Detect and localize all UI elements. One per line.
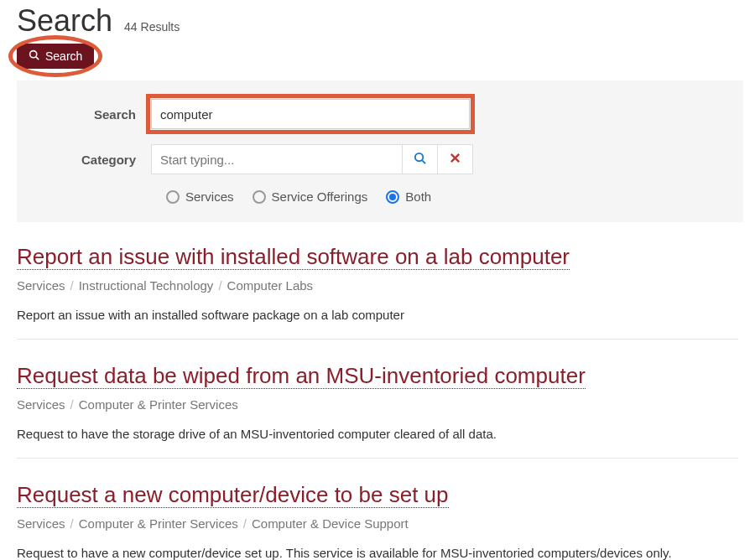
radio-icon: [253, 190, 266, 204]
breadcrumb-link[interactable]: Services: [17, 516, 65, 531]
svg-line-3: [422, 160, 425, 163]
breadcrumb-link[interactable]: Computer & Device Support: [252, 516, 409, 531]
close-icon: [449, 152, 461, 167]
radio-services[interactable]: Services: [166, 189, 234, 204]
search-field-label: Search: [34, 107, 151, 122]
search-input[interactable]: [151, 99, 470, 129]
results-count: 44 Results: [124, 20, 180, 34]
breadcrumb: Services/Computer & Printer Services/Com…: [17, 516, 738, 531]
search-button-label: Search: [45, 49, 82, 63]
result-item: Request a new computer/device to be set …: [17, 480, 738, 560]
radio-icon: [386, 190, 399, 204]
category-search-button[interactable]: [403, 144, 438, 174]
result-title-link[interactable]: Request a new computer/device to be set …: [17, 482, 449, 508]
breadcrumb-separator: /: [70, 516, 74, 531]
result-item: Report an issue with installed software …: [17, 242, 738, 340]
page-title: Search: [17, 3, 112, 39]
svg-line-1: [36, 57, 39, 60]
breadcrumb-link[interactable]: Services: [17, 397, 65, 412]
breadcrumb-separator: /: [243, 516, 247, 531]
breadcrumb: Services/Instructional Technology/Comput…: [17, 278, 738, 293]
search-icon: [414, 152, 426, 167]
search-icon: [29, 49, 39, 63]
breadcrumb-link[interactable]: Computer Labs: [227, 278, 314, 293]
results-list: Report an issue with installed software …: [17, 222, 738, 560]
filter-panel: Search Category: [17, 80, 743, 222]
breadcrumb-separator: /: [70, 278, 74, 293]
result-title-link[interactable]: Report an issue with installed software …: [17, 244, 570, 270]
svg-point-0: [30, 51, 37, 58]
radio-service-offerings[interactable]: Service Offerings: [253, 189, 368, 204]
result-title-link[interactable]: Request data be wiped from an MSU-invent…: [17, 363, 586, 389]
result-description: Request to have a new computer/device se…: [17, 546, 738, 560]
search-button[interactable]: Search: [17, 44, 94, 69]
result-item: Request data be wiped from an MSU-invent…: [17, 361, 738, 459]
svg-point-2: [415, 153, 423, 161]
radio-both[interactable]: Both: [386, 189, 431, 204]
breadcrumb: Services/Computer & Printer Services: [17, 397, 738, 412]
radio-icon: [166, 190, 180, 204]
breadcrumb-separator: /: [70, 397, 74, 412]
category-clear-button[interactable]: [438, 144, 473, 174]
radio-both-label: Both: [405, 189, 431, 204]
breadcrumb-separator: /: [218, 278, 221, 293]
category-field-label: Category: [34, 153, 151, 167]
breadcrumb-link[interactable]: Instructional Technology: [79, 278, 214, 293]
breadcrumb-link[interactable]: Services: [17, 278, 65, 293]
breadcrumb-link[interactable]: Computer & Printer Services: [79, 397, 238, 412]
category-input[interactable]: [151, 144, 403, 174]
radio-offerings-label: Service Offerings: [272, 189, 368, 204]
breadcrumb-link[interactable]: Computer & Printer Services: [79, 516, 238, 531]
result-description: Request to have the storage drive of an …: [17, 427, 738, 441]
result-description: Report an issue with an installed softwa…: [17, 308, 738, 322]
radio-services-label: Services: [185, 189, 234, 204]
